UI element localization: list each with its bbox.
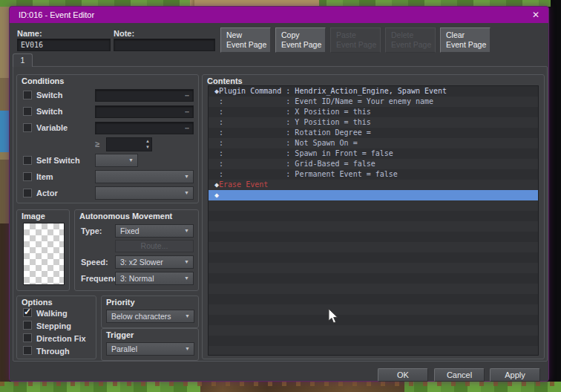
route-button: Route... xyxy=(115,240,194,252)
new-event-page-button[interactable]: New Event Page xyxy=(220,27,271,53)
window-title: ID:016 - Event Editor xyxy=(19,10,94,19)
variable-value-spinner[interactable]: ▲ ▼ xyxy=(106,137,152,151)
movement-title: Autonomous Movement xyxy=(79,212,172,220)
movement-type-dropdown[interactable]: Fixed ▼ xyxy=(115,224,194,238)
self-switch-dropdown[interactable]: ▼ xyxy=(95,154,138,167)
contents-list[interactable]: ◆Plugin Command : Hendrix_Action_Engine,… xyxy=(208,85,539,356)
switch2-checkbox[interactable] xyxy=(23,107,32,116)
switch1-browse-icon[interactable]: ⋯ xyxy=(185,90,190,101)
switch2-field[interactable]: ⋯ xyxy=(95,105,194,118)
walking-label: Walking xyxy=(36,309,68,318)
switch1-label: Switch xyxy=(36,91,62,99)
tab-page-1[interactable]: 1 xyxy=(13,53,33,67)
contents-row[interactable]: : : Y Position = this xyxy=(209,117,538,128)
contents-row[interactable]: ◆Plugin Command : Hendrix_Action_Engine,… xyxy=(209,86,538,97)
image-title: Image xyxy=(22,212,45,220)
contents-row-empty[interactable] xyxy=(209,252,538,263)
name-label: Name: xyxy=(17,29,42,38)
check-icon: ✓ xyxy=(24,307,31,317)
contents-row[interactable]: ◆Erase Event xyxy=(209,180,538,190)
walking-checkbox[interactable]: ✓ xyxy=(23,308,32,317)
contents-row-empty[interactable] xyxy=(209,242,538,252)
cancel-button[interactable]: Cancel xyxy=(434,368,485,382)
item-checkbox[interactable] xyxy=(23,172,32,181)
switch1-field[interactable]: ⋯ xyxy=(95,89,194,102)
speed-dropdown[interactable]: 3: x2 Slower ▼ xyxy=(115,255,194,269)
contents-title: Contents xyxy=(207,76,243,85)
contents-row[interactable]: : : X Position = this xyxy=(209,107,538,117)
contents-row-empty[interactable] xyxy=(209,346,538,356)
chevron-down-icon: ▼ xyxy=(184,187,189,199)
options-group: Options ✓ Walking Stepping Direction Fix… xyxy=(16,295,96,359)
actor-dropdown[interactable]: ▼ xyxy=(95,186,194,200)
note-label: Note: xyxy=(114,29,134,38)
contents-row-empty[interactable] xyxy=(209,273,538,284)
chevron-down-icon: ▼ xyxy=(185,343,190,355)
contents-row-empty[interactable] xyxy=(209,211,538,221)
image-group: Image xyxy=(16,209,70,291)
contents-row-empty[interactable] xyxy=(209,263,538,273)
stepping-checkbox[interactable] xyxy=(23,321,32,330)
conditions-title: Conditions xyxy=(22,76,64,85)
contents-row-empty[interactable] xyxy=(209,232,538,242)
actor-checkbox[interactable] xyxy=(23,189,32,197)
item-dropdown[interactable]: ▼ xyxy=(95,170,194,183)
contents-row[interactable]: : : Grid-Based = false xyxy=(209,159,538,169)
chevron-down-icon: ▼ xyxy=(128,154,134,166)
contents-row[interactable]: : : Event ID/Name = Your enemy name xyxy=(209,97,538,107)
spinner-down-icon[interactable]: ▼ xyxy=(145,144,150,150)
contents-row[interactable]: : : Permanent Event = false xyxy=(209,169,538,180)
options-title: Options xyxy=(22,298,53,307)
chevron-down-icon: ▼ xyxy=(184,171,189,183)
contents-row-empty[interactable] xyxy=(209,336,538,346)
through-checkbox[interactable] xyxy=(23,346,32,355)
copy-event-page-button[interactable]: Copy Event Page xyxy=(275,27,326,53)
direction-fix-label: Direction Fix xyxy=(36,334,86,343)
variable-browse-icon[interactable]: ⋯ xyxy=(185,122,190,134)
event-page-panel: Conditions Switch ⋯ Switch ⋯ Variable ⋯ … xyxy=(13,66,548,362)
contents-row-empty[interactable] xyxy=(209,325,538,336)
frequency-dropdown[interactable]: 3: Normal ▼ xyxy=(115,272,194,285)
ok-button[interactable]: OK xyxy=(378,368,428,382)
through-label: Through xyxy=(36,347,70,356)
event-image-picker[interactable] xyxy=(23,223,65,285)
contents-row[interactable]: : : Spawn in Front = false xyxy=(209,148,538,159)
clear-event-page-button[interactable]: Clear Event Page xyxy=(440,27,491,53)
stepping-label: Stepping xyxy=(36,321,71,330)
self-switch-checkbox[interactable] xyxy=(23,156,32,165)
trigger-dropdown[interactable]: Parallel ▼ xyxy=(106,342,194,356)
chevron-down-icon: ▼ xyxy=(184,256,189,268)
gte-symbol: ≥ xyxy=(95,140,99,148)
chevron-down-icon: ▼ xyxy=(184,272,189,284)
switch2-label: Switch xyxy=(36,107,62,116)
contents-row-empty[interactable] xyxy=(209,200,538,211)
game-map-fence xyxy=(0,382,561,386)
contents-row-empty[interactable] xyxy=(209,221,538,232)
contents-row-empty[interactable] xyxy=(209,294,538,304)
switch2-browse-icon[interactable]: ⋯ xyxy=(185,106,190,117)
direction-fix-checkbox[interactable] xyxy=(23,333,32,342)
contents-row[interactable]: : : Rotation Degree = xyxy=(209,128,538,138)
trigger-group: Trigger Parallel ▼ xyxy=(101,328,199,361)
close-icon[interactable]: ✕ xyxy=(528,7,544,23)
priority-group: Priority Below characters ▼ xyxy=(101,295,199,328)
contents-row-empty[interactable] xyxy=(209,315,538,325)
name-input[interactable]: EV016 xyxy=(17,39,111,51)
apply-button[interactable]: Apply xyxy=(490,368,540,382)
priority-dropdown[interactable]: Below characters ▼ xyxy=(106,310,194,323)
variable-checkbox[interactable] xyxy=(23,123,32,132)
variable-field[interactable]: ⋯ xyxy=(95,122,194,134)
contents-row[interactable]: ◆ xyxy=(209,190,538,200)
chevron-down-icon: ▼ xyxy=(184,225,189,237)
paste-event-page-button: Paste Event Page xyxy=(330,27,381,53)
contents-row-empty[interactable] xyxy=(209,284,538,294)
contents-row-empty[interactable] xyxy=(209,304,538,315)
contents-group: Contents ◆Plugin Command : Hendrix_Actio… xyxy=(202,74,545,359)
mouse-cursor xyxy=(327,308,339,324)
contents-row[interactable]: : : Not Spawn On = xyxy=(209,138,538,148)
titlebar[interactable]: ID:016 - Event Editor ✕ xyxy=(10,7,548,23)
note-input[interactable] xyxy=(114,39,215,51)
switch1-checkbox[interactable] xyxy=(23,91,32,99)
delete-event-page-button: Delete Event Page xyxy=(385,27,436,53)
spinner-up-icon[interactable]: ▲ xyxy=(145,138,150,144)
